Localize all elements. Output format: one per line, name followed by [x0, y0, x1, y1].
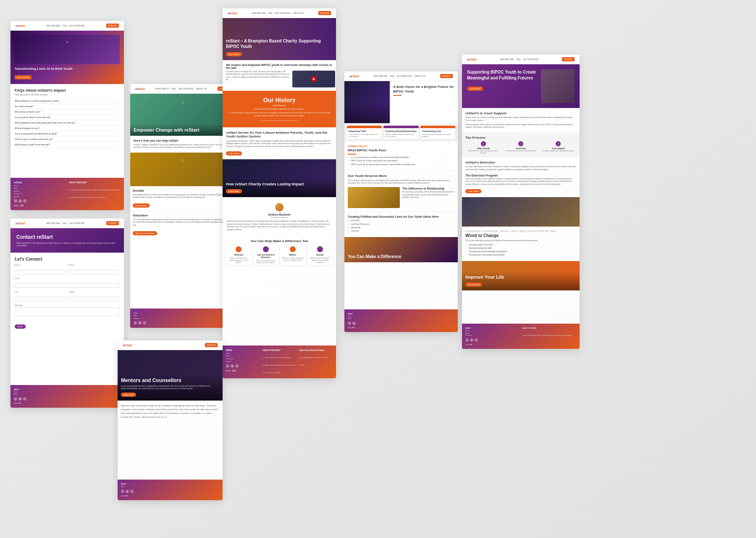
- vision-creating-li3: Mentorship: [348, 227, 454, 229]
- faq-q5[interactable]: What happened if the youth participated …: [15, 120, 120, 126]
- vision-nav-4[interactable]: ABOUT US: [415, 75, 425, 77]
- faq-q7[interactable]: Can a young person be released as an adu…: [15, 131, 120, 137]
- volunteer-card-title: Volunteer: [228, 253, 250, 256]
- contact-phone-input[interactable]: [68, 270, 120, 274]
- supporting-fb-icon[interactable]: f: [465, 338, 469, 342]
- main-liaison-btn[interactable]: Learn More: [226, 151, 242, 156]
- empower-logo[interactable]: reStart: [135, 87, 145, 90]
- contact-donate-btn[interactable]: DONATE: [106, 221, 119, 225]
- main-nav-1[interactable]: WHO WE ARE: [252, 12, 266, 14]
- faq-q2[interactable]: Do I need a lawyer?: [15, 104, 120, 109]
- main-nav-2[interactable]: FAQ: [268, 12, 273, 14]
- supporting-nav-3[interactable]: GET INVOLVED: [523, 58, 538, 61]
- faq-logo[interactable]: reStart: [16, 24, 25, 27]
- main-nav-3[interactable]: GET INVOLVED: [275, 12, 291, 14]
- empower-tw-icon[interactable]: t: [143, 321, 146, 324]
- faq-q6[interactable]: What will happen at court?: [15, 126, 120, 131]
- twitter-icon[interactable]: t: [23, 199, 26, 203]
- main-history-sub: Learn more about our organization and pr…: [228, 119, 330, 121]
- contact-name-input[interactable]: [15, 270, 66, 274]
- mentors-hero-btn[interactable]: Apply Now: [121, 393, 136, 397]
- faq-q8[interactable]: If how to stay in custody, where will I …: [15, 137, 120, 142]
- vision-face-list: 1 in 4 young people are unable to cope w…: [348, 156, 454, 166]
- vision-nav-2[interactable]: FAQ: [390, 75, 394, 77]
- faq-q4[interactable]: Do my parents have to come with me?: [15, 115, 120, 120]
- contact-tw-icon[interactable]: t: [23, 397, 26, 401]
- empower-donate-btn-link[interactable]: Donate Now: [133, 203, 150, 208]
- contact-footer-nav: MENU Home About f ig t Pool BBI: [14, 388, 121, 404]
- empower-nav-1[interactable]: WHAT WE DO: [155, 87, 169, 90]
- faq-hero-cta[interactable]: Get Involved: [15, 75, 32, 79]
- contact-nav-2[interactable]: FAQ: [63, 222, 67, 224]
- vision-logo[interactable]: reStart: [349, 75, 359, 78]
- mentors-donate-btn[interactable]: DONATE: [205, 343, 218, 347]
- empower-fb-icon[interactable]: f: [134, 321, 137, 324]
- contact-city-input[interactable]: [15, 297, 66, 301]
- contact-nav-1[interactable]: WHO WE ARE: [46, 222, 60, 224]
- vision-fb-icon[interactable]: f: [348, 322, 351, 325]
- contact-fb-icon[interactable]: f: [14, 397, 17, 401]
- faq-social: f ig t: [14, 199, 66, 203]
- main-logo[interactable]: reStart: [228, 12, 237, 15]
- empower-nav-3[interactable]: GET INVOLVED: [178, 87, 194, 90]
- contact-message-input[interactable]: [15, 307, 120, 316]
- contact-email-input[interactable]: [15, 283, 120, 288]
- faq-donate-btn[interactable]: DONATE: [106, 24, 119, 28]
- faq-q3[interactable]: Who will be at Youth Court?: [15, 109, 120, 115]
- vision-ig-icon[interactable]: ig: [352, 322, 356, 325]
- supporting-nav-2[interactable]: FAQ: [516, 58, 520, 61]
- supporting-div-program-btn[interactable]: Learn More: [465, 189, 481, 193]
- contact-ig-icon[interactable]: ig: [18, 397, 22, 401]
- supporting-ig-icon[interactable]: ig: [470, 338, 473, 342]
- main-tw-icon[interactable]: t: [235, 364, 239, 368]
- main-ig-icon[interactable]: ig: [231, 364, 234, 368]
- faq-nav-faq[interactable]: FAQ: [63, 24, 67, 27]
- main-nav-4[interactable]: ABOUT US: [293, 12, 303, 14]
- mentors-logo[interactable]: reStart: [123, 344, 132, 347]
- mentors-tw-icon[interactable]: t: [130, 490, 134, 493]
- main-play-icon[interactable]: ▶: [311, 76, 317, 82]
- vision-face-divider: [348, 154, 356, 155]
- mentors-footer-nav: MENU Home f ig t Pool BBI: [121, 483, 219, 497]
- main-hero-cta[interactable]: Learn More: [226, 52, 242, 56]
- supporting-tw-icon[interactable]: t: [475, 338, 478, 342]
- supporting-logo[interactable]: reStart: [467, 58, 477, 61]
- empower-ig-icon[interactable]: ig: [138, 321, 142, 324]
- supporting-div-img: [462, 197, 580, 227]
- facebook-icon[interactable]: f: [14, 199, 17, 203]
- main-video-thumb[interactable]: ▶: [292, 71, 335, 87]
- faq-q1[interactable]: What happens if a youth is charged for a…: [15, 98, 120, 104]
- vision-face-li3: BIPOC youth are not given proper resourc…: [348, 164, 454, 166]
- contact-phone-label: Phone: [68, 264, 120, 266]
- mentor-icon: [290, 246, 296, 252]
- vision-nav-3[interactable]: GET INVOLVED: [397, 75, 412, 77]
- instagram-icon[interactable]: ig: [18, 199, 22, 203]
- empower-nav-4[interactable]: ABOUT US: [196, 87, 207, 90]
- contact-submit-btn[interactable]: SEND: [15, 324, 26, 329]
- contact-subject-input[interactable]: [68, 297, 120, 301]
- faq-nav-who[interactable]: WHO WE ARE: [46, 24, 60, 27]
- vision-nav-1[interactable]: WHO WE ARE: [374, 75, 388, 77]
- faq-nav-get[interactable]: GET INVOLVED: [69, 24, 85, 27]
- mentor-card-text: Become a mentor and guide youth to a bri…: [282, 257, 304, 261]
- supporting-hero-img: [541, 69, 575, 103]
- contact-nav-3[interactable]: GET INVOLVED: [69, 222, 85, 224]
- main-impact-btn[interactable]: Learn More: [226, 189, 242, 193]
- supporting-improve-btn[interactable]: Get Involved: [465, 282, 482, 287]
- main-liaison-text: As advocates and liaisons, reStart helps…: [226, 140, 333, 148]
- faq-q9[interactable]: What should a youth record look like?: [15, 142, 120, 148]
- supporting-donate-btn[interactable]: DONATE: [562, 57, 575, 61]
- vision-donate-btn[interactable]: DONATE: [440, 74, 453, 78]
- main-fb-icon[interactable]: f: [226, 364, 229, 368]
- contact-row3: City Subject: [15, 291, 120, 303]
- faq-footer-about-text: Located in Brampton, Ontario, reStart pr…: [69, 189, 120, 198]
- contact-logo[interactable]: reStart: [16, 222, 25, 225]
- main-donate-btn[interactable]: DONATE: [318, 11, 331, 15]
- supporting-hero-btn[interactable]: Learn More: [467, 87, 483, 91]
- empower-volunteer-btn[interactable]: Sign Up to Volunteer: [133, 231, 157, 235]
- mentors-ig-icon[interactable]: ig: [126, 490, 129, 493]
- mentors-fb-icon[interactable]: f: [121, 490, 124, 493]
- supporting-nav-1[interactable]: WHO WE ARE: [500, 58, 514, 61]
- supporting-step-2: 2 Court Prep We prepare you and your fam…: [503, 141, 538, 154]
- empower-nav-2[interactable]: FAQ: [171, 87, 176, 90]
